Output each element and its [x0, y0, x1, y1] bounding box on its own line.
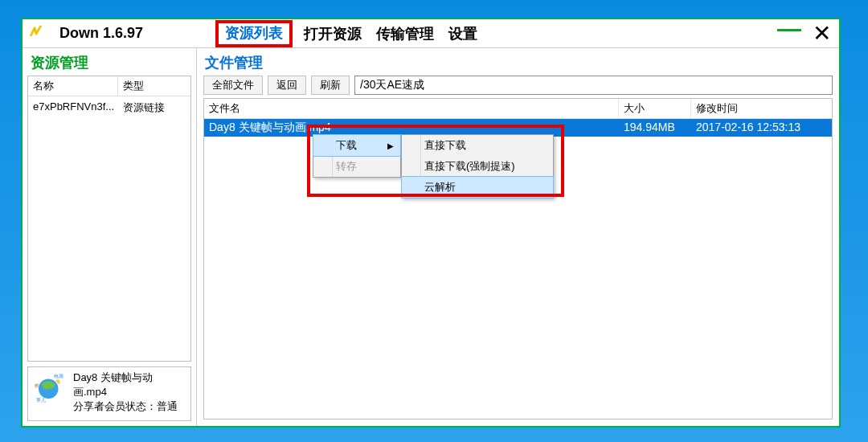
- file-size: 194.94MB: [619, 119, 691, 137]
- body: 资源管理 名称 类型 e7xPbRFNVn3f... 资源链接: [23, 48, 839, 426]
- nav-resource-list[interactable]: 资源列表: [225, 25, 283, 41]
- submenu-direct-download[interactable]: 直接下载: [402, 135, 553, 156]
- app-title: Down 1.6.97: [59, 25, 143, 42]
- main-title: 文件管理: [203, 51, 833, 76]
- nav-menu: 资源列表 打开资源 传输管理 设置: [219, 23, 477, 44]
- nav-highlight-box: 资源列表: [215, 20, 293, 47]
- resource-type: 资源链接: [118, 98, 190, 117]
- toolbar: 全部文件 返回 刷新: [203, 76, 833, 95]
- menu-download[interactable]: 下载 ▶: [313, 134, 401, 157]
- menu-transfer-save[interactable]: 转存: [313, 156, 400, 177]
- svg-text:事儿: 事儿: [36, 397, 46, 403]
- context-submenu: 直接下载 直接下载(强制提速) 云解析: [401, 134, 554, 198]
- svg-text:电脑: 电脑: [54, 373, 63, 379]
- nav-open-resource[interactable]: 打开资源: [304, 24, 362, 43]
- col-header-name[interactable]: 名称: [28, 76, 118, 96]
- chevron-right-icon: ▶: [387, 141, 394, 150]
- close-button[interactable]: ✕: [813, 23, 831, 45]
- all-files-button[interactable]: 全部文件: [203, 76, 263, 95]
- col-filename[interactable]: 文件名: [204, 99, 619, 118]
- resource-name: e7xPbRFNVn3f...: [28, 98, 118, 117]
- file-header: 文件名 大小 修改时间: [204, 99, 832, 119]
- main-area: 文件管理 全部文件 返回 刷新 文件名 大小 修改时间 Day8 关键帧与动画.…: [197, 48, 839, 426]
- col-header-type[interactable]: 类型: [118, 76, 190, 96]
- info-box: 电脑 帐 事儿 Day8 关键帧与动画.mp4 分享者会员状态：普通: [27, 366, 191, 421]
- back-button[interactable]: 返回: [268, 76, 306, 95]
- info-text: Day8 关键帧与动画.mp4 分享者会员状态：普通: [73, 370, 186, 415]
- svg-text:帐: 帐: [35, 383, 39, 388]
- globe-icon: 电脑 帐 事儿: [33, 370, 67, 404]
- info-filename: Day8 关键帧与动画.mp4: [73, 370, 186, 399]
- resource-table: 名称 类型 e7xPbRFNVn3f... 资源链接: [27, 76, 191, 362]
- app-icon: [27, 25, 45, 43]
- resource-table-header: 名称 类型: [28, 76, 190, 96]
- col-size[interactable]: 大小: [619, 99, 691, 118]
- sidebar-title: 资源管理: [23, 48, 196, 76]
- submenu-direct-download-boost[interactable]: 直接下载(强制提速): [402, 156, 553, 177]
- sidebar: 资源管理 名称 类型 e7xPbRFNVn3f... 资源链接: [23, 48, 197, 426]
- submenu-cloud-parse[interactable]: 云解析: [401, 176, 554, 198]
- nav-transfer-manage[interactable]: 传输管理: [376, 24, 434, 43]
- path-input[interactable]: [354, 76, 833, 95]
- titlebar: Down 1.6.97 资源列表 打开资源 传输管理 设置 — ✕: [23, 19, 839, 48]
- file-time: 2017-02-16 12:53:13: [691, 119, 832, 137]
- window-controls: — ✕: [777, 23, 839, 45]
- nav-settings[interactable]: 设置: [448, 24, 477, 43]
- file-table: 文件名 大小 修改时间 Day8 关键帧与动画.mp4 194.94MB 201…: [203, 98, 833, 419]
- resource-row[interactable]: e7xPbRFNVn3f... 资源链接: [28, 96, 190, 119]
- info-sharer-status: 分享者会员状态：普通: [73, 399, 186, 414]
- context-menu: 下载 ▶ 转存: [313, 134, 401, 178]
- app-window: Down 1.6.97 资源列表 打开资源 传输管理 设置 — ✕ 资源管理 名…: [21, 18, 841, 428]
- refresh-button[interactable]: 刷新: [311, 76, 350, 95]
- col-time[interactable]: 修改时间: [691, 99, 832, 118]
